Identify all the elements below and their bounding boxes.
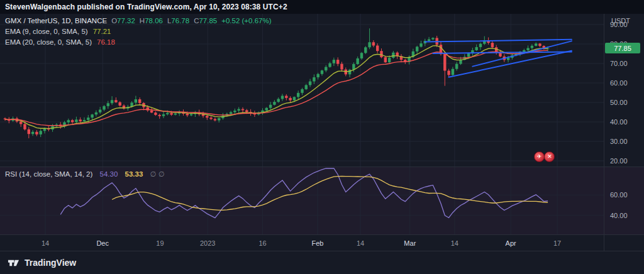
price-axis[interactable]: USDT 90.0080.0070.0060.0050.0040.0030.00…: [604, 0, 644, 251]
sticker-badges: ✈ ✕: [534, 150, 555, 162]
rsi-value: 54.30: [100, 170, 118, 178]
sticker-icon-1: ✈: [534, 151, 545, 162]
tradingview-snapshot-window: StevenWalgenbach published on TradingVie…: [0, 0, 644, 274]
time-tick-label: Apr: [506, 239, 516, 247]
time-tick-label: 19: [156, 239, 164, 247]
price-tick-label: 40.00: [610, 118, 628, 126]
rsi-ma-value: 53.33: [125, 170, 143, 178]
price-tick-label: 90.00: [610, 21, 628, 28]
ema9-row[interactable]: EMA (9, close, 0, SMA, 5) 77.21: [5, 26, 272, 37]
symbol-row[interactable]: GMX / TetherUS, 1D, BINANCE O77.32H78.06…: [5, 16, 272, 26]
rsi-legend-row[interactable]: RSI (14, close, SMA, 14, 2) 54.30 53.33 …: [5, 170, 165, 178]
time-tick-label: Mar: [404, 239, 416, 247]
trendline-1: [425, 40, 572, 42]
price-tick-label: 70.00: [610, 60, 628, 67]
time-axis[interactable]: 14Dec19202316Feb14Mar14Apr17: [0, 235, 604, 251]
time-tick-label: 2023: [200, 239, 215, 247]
price-tick-label: 20.00: [610, 157, 628, 165]
ohlc-value-H: 78.06: [145, 17, 163, 25]
ema20-value: 76.18: [97, 37, 115, 48]
price-tick-label: 60.00: [610, 79, 628, 87]
ema20-line: [5, 50, 548, 126]
time-tick-label: 16: [258, 239, 266, 247]
last-price-badge: 77.85: [605, 43, 640, 53]
time-tick-label: Feb: [311, 239, 323, 247]
tradingview-logo-icon[interactable]: [8, 257, 19, 269]
time-tick-label: Dec: [96, 239, 109, 247]
publish-bar: StevenWalgenbach published on TradingVie…: [0, 0, 644, 14]
price-tick-label: 30.00: [610, 138, 628, 145]
ohlc-values: O77.32H78.06L76.78C77.85: [107, 16, 217, 26]
rsi-bands-hidden: ∅ ∅: [150, 170, 165, 178]
time-tick-label: 14: [357, 239, 364, 247]
price-tick-label: 50.00: [610, 99, 628, 106]
time-tick-label: 14: [42, 239, 49, 247]
ema20-label: EMA (20, close, 0, SMA, 5): [5, 37, 92, 48]
chart-legend: GMX / TetherUS, 1D, BINANCE O77.32H78.06…: [5, 16, 272, 48]
time-tick-label: 14: [451, 239, 458, 247]
ohlc-value-C: 77.85: [199, 17, 217, 25]
publish-info: StevenWalgenbach published on TradingVie…: [5, 3, 287, 11]
rsi-label: RSI (14, close, SMA, 14, 2): [5, 170, 92, 178]
trendline-2: [433, 52, 572, 53]
bottom-bar: TradingView: [0, 251, 644, 274]
symbol-title: GMX / TetherUS, 1D, BINANCE: [5, 16, 107, 26]
ema20-row[interactable]: EMA (20, close, 0, SMA, 5) 76.18: [5, 37, 272, 48]
time-tick-label: 17: [553, 239, 561, 247]
ohlc-label-O: O: [111, 17, 117, 25]
trendline-3: [449, 51, 572, 77]
ema9-label: EMA (9, close, 0, SMA, 5): [5, 26, 88, 37]
tradingview-wordmark[interactable]: TradingView: [25, 258, 76, 268]
rsi-tick-label: 60.00: [610, 191, 628, 199]
ohlc-label-H: H: [140, 17, 145, 25]
rsi-tick-label: 40.00: [610, 212, 628, 219]
ohlc-value-O: 77.32: [117, 17, 135, 25]
ohlc-value-L: 76.78: [171, 17, 189, 25]
sticker-icon-2: ✕: [544, 151, 555, 162]
ema9-value: 77.21: [93, 26, 111, 37]
change-value: +0.52 (+0.67%): [221, 16, 271, 26]
